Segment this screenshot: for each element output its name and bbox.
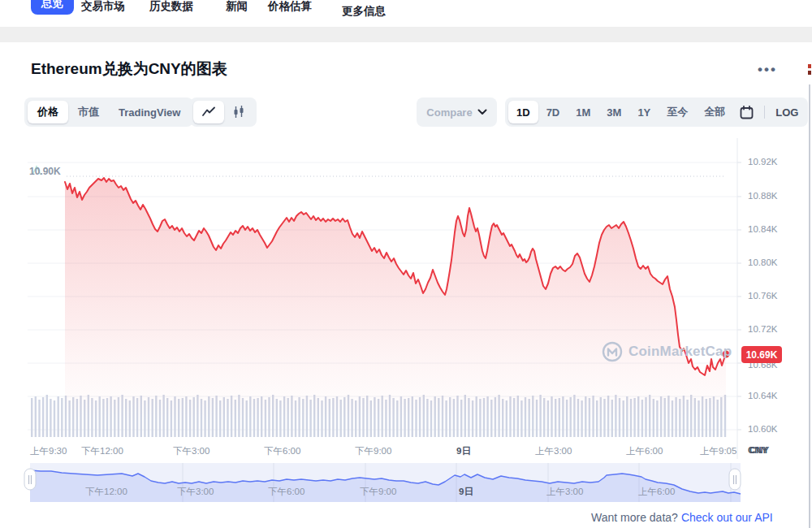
n-axis-label: 下午12:00 bbox=[85, 486, 127, 498]
x-axis-label: 上午9:05 bbox=[700, 445, 736, 457]
y-axis-label: 10.84K bbox=[748, 224, 777, 234]
range-1y[interactable]: 1Y bbox=[629, 101, 659, 123]
line-chart-button[interactable] bbox=[193, 101, 224, 123]
y-axis-label: 10.92K bbox=[748, 157, 777, 167]
compare-dropdown[interactable]: Compare bbox=[417, 97, 497, 127]
api-link[interactable]: Check out our API bbox=[681, 511, 773, 524]
right-edge-border bbox=[809, 84, 810, 528]
chart-type-tradingview[interactable]: TradingView bbox=[109, 101, 190, 123]
x-axis-label: 下午3:00 bbox=[173, 445, 209, 457]
watermark-text: CoinMarketCap bbox=[628, 344, 732, 360]
footer: Want more data?Check out our API bbox=[591, 511, 773, 524]
navigator-handle[interactable] bbox=[729, 469, 741, 490]
x-axis-label: 上午9:30 bbox=[30, 445, 67, 457]
range-selector: 1D 7D 1M 3M 1Y 至今 全部 LOG bbox=[505, 97, 808, 127]
page: { "colors":{ "accent":"#3861fb","red":"#… bbox=[0, 0, 812, 528]
range-1m[interactable]: 1M bbox=[568, 101, 598, 123]
edge-artifact bbox=[808, 71, 811, 75]
n-axis-label: 9日 bbox=[459, 486, 473, 498]
edge-artifact bbox=[808, 64, 811, 68]
calendar-icon bbox=[740, 106, 754, 119]
y-axis-label: 10.60K bbox=[748, 424, 777, 434]
control-divider bbox=[764, 106, 765, 119]
log-scale-toggle[interactable]: LOG bbox=[769, 101, 805, 123]
chart-type-control: 价格 市值 TradingView bbox=[24, 97, 193, 127]
last-price-badge: 10.69K bbox=[741, 346, 782, 363]
n-axis-label: 上午3:00 bbox=[546, 486, 583, 498]
y-axis-label: 10.80K bbox=[748, 258, 777, 267]
range-3m[interactable]: 3M bbox=[598, 101, 629, 123]
x-axis-label: 下午12:00 bbox=[81, 445, 123, 457]
x-axis-label: 9日 bbox=[456, 445, 471, 457]
range-1d[interactable]: 1D bbox=[508, 101, 538, 123]
chart-type-marketcap[interactable]: 市值 bbox=[68, 101, 109, 123]
y-axis-label: 10.72K bbox=[748, 324, 777, 334]
n-axis-label: 下午6:00 bbox=[268, 486, 304, 498]
watermark: CoinMarketCap bbox=[602, 341, 732, 362]
chart-style-toggle bbox=[190, 97, 257, 127]
y-axis-label: 10.64K bbox=[748, 391, 777, 400]
x-axis-label: 下午6:00 bbox=[264, 445, 300, 457]
section-divider-band bbox=[0, 27, 812, 42]
page-title: Ethereum兑换为CNY的图表 bbox=[31, 58, 227, 80]
n-axis-label: 上午6:00 bbox=[638, 486, 675, 498]
tab-overview[interactable]: 总览 bbox=[31, 0, 74, 15]
chart-type-price[interactable]: 价格 bbox=[28, 101, 68, 123]
n-axis-label: 下午9:00 bbox=[360, 486, 396, 498]
x-axis-label: 上午3:00 bbox=[535, 445, 572, 457]
compare-label: Compare bbox=[426, 106, 472, 119]
coinmarketcap-logo-icon bbox=[602, 341, 623, 362]
open-price-label: 10.90K bbox=[29, 166, 61, 177]
more-options-button[interactable]: ••• bbox=[758, 62, 777, 78]
y-axis-label: 10.76K bbox=[748, 291, 777, 301]
candlestick-button[interactable] bbox=[224, 101, 253, 123]
price-area-fill bbox=[65, 178, 726, 422]
volume-bars bbox=[31, 395, 726, 437]
date-picker-button[interactable] bbox=[733, 101, 760, 123]
footer-text: Want more data? bbox=[591, 511, 678, 524]
tab-more-info[interactable]: 更多信息 bbox=[342, 4, 386, 19]
x-axis-label: 下午9:00 bbox=[355, 445, 391, 457]
x-axis-label: CNY bbox=[749, 445, 769, 455]
range-all[interactable]: 全部 bbox=[696, 101, 733, 123]
n-axis-label: 下午3:00 bbox=[177, 486, 214, 498]
gridlines bbox=[28, 162, 741, 430]
y-axis-label: 10.88K bbox=[748, 191, 777, 201]
tab-markets[interactable]: 交易市场 bbox=[81, 0, 125, 14]
navigator-handle[interactable] bbox=[24, 469, 36, 490]
tab-historical-data[interactable]: 历史数据 bbox=[149, 0, 193, 14]
chevron-down-icon bbox=[477, 109, 487, 115]
line-chart-icon bbox=[201, 106, 216, 119]
range-7d[interactable]: 7D bbox=[538, 101, 568, 123]
tab-news[interactable]: 新闻 bbox=[226, 0, 248, 14]
candlestick-icon bbox=[232, 105, 245, 119]
x-axis-label: 上午6:00 bbox=[626, 445, 663, 457]
tab-price-estimates[interactable]: 价格估算 bbox=[268, 0, 312, 14]
range-ytd[interactable]: 至今 bbox=[659, 101, 696, 123]
